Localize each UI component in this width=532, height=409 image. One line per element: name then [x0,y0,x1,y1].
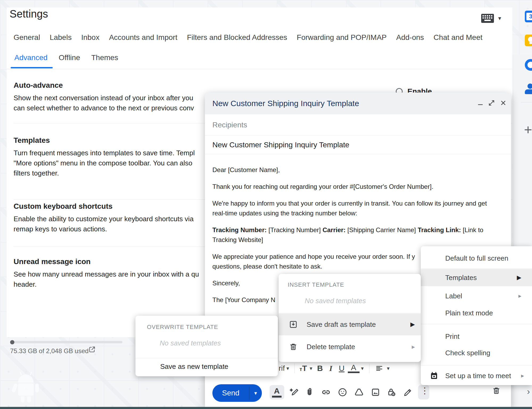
insert-photo-icon[interactable] [370,387,381,397]
bold-button[interactable]: B [314,364,326,373]
menu-item-check-spelling[interactable]: Check spelling [421,345,532,361]
tab-chat-and-meet[interactable]: Chat and Meet [434,33,482,42]
divider [421,324,532,324]
divider [521,102,532,102]
body-line: Dear [Customer Name], [212,165,508,175]
tab-accounts-and-import[interactable]: Accounts and Import [109,33,178,42]
keep-app-icon[interactable] [525,35,532,46]
align-caret-icon[interactable]: ▾ [385,365,391,372]
align-button[interactable] [373,364,385,372]
send-label: Send [212,384,249,402]
tab-general[interactable]: General [14,33,40,42]
font-size-caret-icon[interactable]: ▾ [308,365,314,372]
bottom-edge-bar [0,407,532,409]
text-color-button[interactable]: A [348,364,360,373]
compose-window-title: New Customer Shipping Inquiry Template [212,99,359,108]
close-icon[interactable] [500,99,508,107]
body-paragraph-tracking: Tracking Number: [Tracking Number] Carri… [212,225,508,245]
underline-button[interactable]: U [336,364,348,373]
font-size-button[interactable]: тT [298,364,308,373]
insert-from-drive-icon[interactable] [354,387,364,397]
menu-item-save-draft-as-template[interactable]: Save draft as template ▶ [279,314,421,335]
toolbar-divider [294,364,295,373]
keyboard-caret-icon[interactable]: ▾ [498,15,501,22]
subject-field[interactable]: New Customer Shipping Inquiry Template [205,136,511,154]
calendar-app-icon[interactable]: 3 [525,11,532,22]
tab-forwarding-and-pop-imap[interactable]: Forwarding and POP/IMAP [297,33,387,42]
insert-emoji-icon[interactable] [337,387,348,397]
compose-header[interactable]: New Customer Shipping Inquiry Template [205,93,511,114]
section-text: Turn frequent messages into templates to… [14,148,195,158]
section-text: Enable the ability to customize your key… [14,214,193,224]
text-color-caret-icon[interactable]: ▾ [360,365,365,372]
expand-fullscreen-icon[interactable] [488,99,496,107]
side-panel-collapse-icon[interactable]: › [527,386,530,397]
divider [135,358,278,358]
font-family-caret-icon[interactable]: ▾ [285,365,291,372]
italic-button[interactable]: I [326,364,336,373]
formatting-options-icon[interactable]: A [272,386,282,398]
font-family-select[interactable]: rif [279,364,285,373]
external-link-icon[interactable] [88,346,96,353]
section-heading: Unread message icon [14,257,199,266]
storage-usage-text: 75.33 GB of 2,048 GB used [10,347,89,355]
tab-themes[interactable]: Themes [91,53,118,62]
section-text: "More options" menu in the compose toolb… [14,158,195,168]
save-template-icon [289,320,298,329]
tab-inbox[interactable]: Inbox [81,33,100,42]
formatting-toolbar: rif ▾ тT ▾ B I U A ▾ ▾ [279,361,391,376]
overwrite-template-header: OVERWRITE TEMPLATE [147,324,218,331]
send-button[interactable]: Send ▾ [212,384,262,402]
section-text: can select whether to advance to the nex… [14,103,194,113]
tab-advanced[interactable]: Advanced [14,53,48,62]
submenu-arrow-icon: ▶ [410,321,415,328]
menu-item-delete-template[interactable]: Delete template ▸ [279,336,421,358]
menu-item-save-as-new-template[interactable]: Save as new template [160,362,228,371]
menu-item-plain-text-mode[interactable]: Plain text mode [421,305,532,321]
divider [421,269,532,269]
input-tools-menu[interactable]: ▾ [481,14,501,23]
tab-labels[interactable]: Labels [50,33,72,42]
discard-draft-icon[interactable] [492,386,502,396]
storage-progress-indicator [10,340,14,344]
tab-filters-and-blocked-addresses[interactable]: Filters and Blocked Addresses [187,33,287,42]
add-addon-plus-icon[interactable]: + [524,122,532,138]
section-templates: Templates Turn frequent messages into te… [14,136,195,178]
confidential-mode-icon[interactable] [386,387,397,397]
settings-tabs-row2: Advanced Offline Themes [14,53,118,62]
section-text: remap keys to various actions. [14,224,193,234]
menu-item-default-to-full-screen[interactable]: Default to full screen [421,249,532,268]
submenu-arrow-icon: ▸ [521,372,524,379]
subject-value: New Customer Shipping Inquiry Template [212,141,349,149]
calendar-icon [430,372,438,380]
menu-item-set-up-a-time-to-meet[interactable]: Set up a time to meet ▸ [421,368,532,384]
body-line: Thank you for reaching out regarding you… [212,182,508,191]
toolbar-divider [369,364,369,373]
send-options-caret-icon[interactable]: ▾ [249,384,262,402]
keyboard-icon[interactable] [481,14,494,23]
section-heading: Custom keyboard shortcuts [14,202,193,211]
tab-add-ons[interactable]: Add-ons [396,33,424,42]
delete-template-trash-icon [289,342,298,351]
insert-signature-icon[interactable] [403,387,413,397]
more-send-options-icon[interactable]: ⋮ [420,386,427,396]
section-heading: Templates [14,136,195,145]
divider [421,365,532,365]
more-options-menu: Default to full screen Templates ▶ Label… [421,246,532,385]
section-text: See how many unread messages are in your… [14,269,199,279]
minimize-icon[interactable] [477,99,485,107]
settings-tabs-row1: General Labels Inbox Accounts and Import… [14,33,482,42]
insert-link-icon[interactable] [321,387,331,397]
menu-item-templates[interactable]: Templates ▶ [421,269,532,286]
help-me-write-icon[interactable] [289,387,299,397]
section-custom-keyboard-shortcuts: Custom keyboard shortcuts Enable the abi… [14,202,193,234]
menu-item-label[interactable]: Label ▸ [421,288,532,304]
attach-file-icon[interactable] [304,387,315,397]
divider [279,313,421,313]
section-heading: Auto-advance [14,81,194,90]
contacts-app-icon[interactable] [525,83,532,95]
menu-item-print[interactable]: Print [421,328,532,345]
overwrite-template-menu: OVERWRITE TEMPLATE No saved templates Sa… [135,316,278,376]
recipients-field[interactable]: Recipients [205,114,511,136]
tab-offline[interactable]: Offline [59,53,80,62]
